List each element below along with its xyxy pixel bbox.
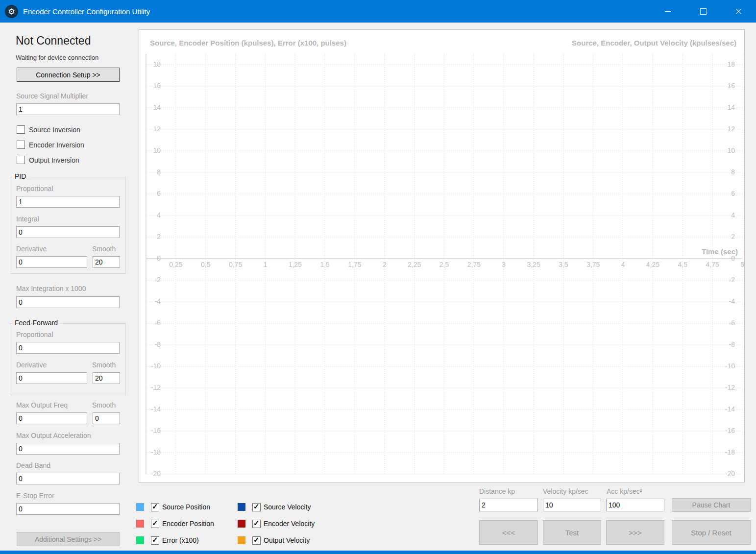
pid-group-title: PID — [13, 172, 28, 180]
maximize-button[interactable] — [685, 0, 721, 23]
minimize-icon — [665, 11, 671, 12]
legend-item-source-position: Source Position — [136, 503, 210, 511]
max-integration-input[interactable] — [16, 296, 120, 308]
dead-band-input[interactable] — [16, 473, 120, 484]
ff-derivative-input[interactable] — [16, 372, 87, 384]
stop-reset-button[interactable]: Stop / Reset — [672, 520, 751, 545]
output-inversion-checkbox-row[interactable]: Output Inversion — [17, 156, 79, 164]
encoder-inversion-checkbox[interactable] — [17, 141, 25, 149]
max-output-freq-input[interactable] — [16, 412, 87, 424]
title-bar: ⚙ Encoder Controller Configuration Utili… — [0, 0, 756, 23]
source-position-checkbox[interactable] — [151, 503, 159, 511]
y-axis-tick-right: -20 — [701, 470, 735, 478]
pause-chart-button[interactable]: Pause Chart — [672, 498, 751, 512]
ff-smooth-input[interactable] — [93, 372, 120, 384]
ff-proportional-input[interactable] — [16, 342, 120, 354]
acceleration-label: Acc kp/sec² — [607, 487, 642, 495]
x-axis-tick: 4,25 — [638, 261, 667, 268]
chart-title-right: Source, Encoder, Output Velocity (kpulse… — [572, 39, 736, 47]
pid-integral-input[interactable] — [16, 226, 120, 238]
source-velocity-label: Source Velocity — [264, 503, 311, 511]
output-inversion-checkbox[interactable] — [17, 156, 25, 164]
encoder-position-checkbox[interactable] — [151, 520, 159, 528]
x-axis-tick: 2 — [370, 261, 399, 268]
additional-settings-button[interactable]: Additional Settings >> — [17, 532, 120, 546]
acceleration-input[interactable] — [606, 499, 664, 511]
source-signal-multiplier-input[interactable] — [16, 103, 120, 115]
y-axis-tick-left: -10 — [140, 362, 161, 370]
source-inversion-label: Source Inversion — [29, 126, 80, 134]
x-axis-tick: 2,75 — [459, 261, 488, 268]
test-button[interactable]: Test — [543, 520, 601, 545]
legend-item-encoder-position: Encoder Position — [136, 519, 214, 528]
y-axis-tick-left: 2 — [140, 233, 161, 241]
source-velocity-color-swatch — [238, 503, 245, 511]
encoder-velocity-color-swatch — [238, 520, 245, 528]
encoder-velocity-checkbox[interactable] — [252, 520, 261, 528]
gear-icon: ⚙ — [5, 5, 18, 18]
y-axis-tick-right: -8 — [701, 340, 735, 348]
distance-label: Distance kp — [479, 487, 515, 495]
source-inversion-checkbox-row[interactable]: Source Inversion — [17, 125, 80, 134]
window-title: Encoder Controller Configuration Utility — [23, 7, 150, 16]
x-axis-tick: 4 — [609, 261, 638, 268]
connection-setup-button[interactable]: Connection Setup >> — [17, 68, 120, 82]
y-axis-tick-right: -12 — [701, 384, 735, 391]
x-axis-tick: 0,5 — [191, 261, 220, 268]
y-axis-tick-right: 16 — [701, 82, 735, 90]
legend-item-output-velocity: Output Velocity — [238, 536, 310, 545]
x-axis-tick: 3,75 — [579, 261, 608, 268]
encoder-inversion-label: Encoder Inversion — [29, 141, 84, 149]
max-output-freq-smooth-input[interactable] — [93, 412, 120, 424]
x-axis-tick: 2,5 — [430, 261, 459, 268]
y-axis-tick-left: 8 — [140, 168, 161, 176]
legend-item-error: Error (x100) — [136, 536, 199, 545]
max-output-acceleration-input[interactable] — [16, 443, 120, 455]
pid-smooth-input[interactable] — [93, 256, 120, 268]
output-velocity-checkbox[interactable] — [252, 536, 261, 545]
output-velocity-label: Output Velocity — [264, 536, 310, 544]
pid-proportional-input[interactable] — [16, 196, 120, 208]
velocity-label: Velocity kp/sec — [543, 487, 588, 495]
pid-integral-label: Integral — [16, 215, 39, 223]
velocity-input[interactable] — [543, 499, 601, 511]
y-axis-tick-left: -16 — [140, 427, 161, 434]
jog-forward-button[interactable]: >>> — [606, 520, 664, 545]
maximize-icon — [700, 8, 707, 15]
x-axis-tick: 4,75 — [698, 261, 727, 268]
jog-back-button[interactable]: <<< — [479, 520, 538, 545]
x-axis-tick: 5 — [728, 261, 756, 268]
estop-error-input[interactable] — [16, 503, 120, 515]
y-axis-tick-left: -14 — [140, 405, 161, 413]
error-color-swatch — [136, 536, 144, 544]
y-axis-tick-right: 4 — [701, 211, 735, 219]
x-axis-tick: 4,5 — [668, 261, 697, 268]
close-icon — [734, 7, 742, 15]
x-axis-tick: 3,5 — [549, 261, 578, 268]
y-axis-tick-right: 8 — [701, 168, 735, 176]
max-output-acceleration-label: Max Output Acceleration — [16, 432, 91, 439]
y-axis-tick-left: 0 — [140, 254, 161, 262]
x-axis-tick: 0,75 — [221, 261, 250, 268]
y-axis-tick-left: -12 — [140, 384, 161, 391]
minimize-button[interactable] — [650, 0, 685, 23]
output-inversion-label: Output Inversion — [29, 156, 79, 164]
y-axis-tick-left: -4 — [140, 297, 161, 305]
source-position-color-swatch — [136, 503, 144, 511]
ff-derivative-label: Derivative — [16, 361, 47, 369]
y-axis-tick-right: 14 — [701, 103, 735, 111]
y-axis-tick-left: -2 — [140, 276, 161, 284]
error-checkbox[interactable] — [151, 536, 159, 545]
source-position-label: Source Position — [162, 503, 210, 511]
connection-status-title: Not Connected — [16, 34, 91, 48]
y-axis-tick-left: 16 — [140, 82, 161, 90]
pid-derivative-input[interactable] — [16, 256, 87, 268]
close-button[interactable] — [721, 0, 756, 23]
legend-item-source-velocity: Source Velocity — [238, 503, 311, 511]
distance-input[interactable] — [479, 499, 538, 511]
source-signal-multiplier-label: Source Signal Multiplier — [16, 92, 88, 100]
encoder-velocity-label: Encoder Velocity — [264, 520, 315, 528]
source-velocity-checkbox[interactable] — [252, 503, 261, 511]
source-inversion-checkbox[interactable] — [17, 125, 25, 134]
encoder-inversion-checkbox-row[interactable]: Encoder Inversion — [17, 141, 84, 149]
